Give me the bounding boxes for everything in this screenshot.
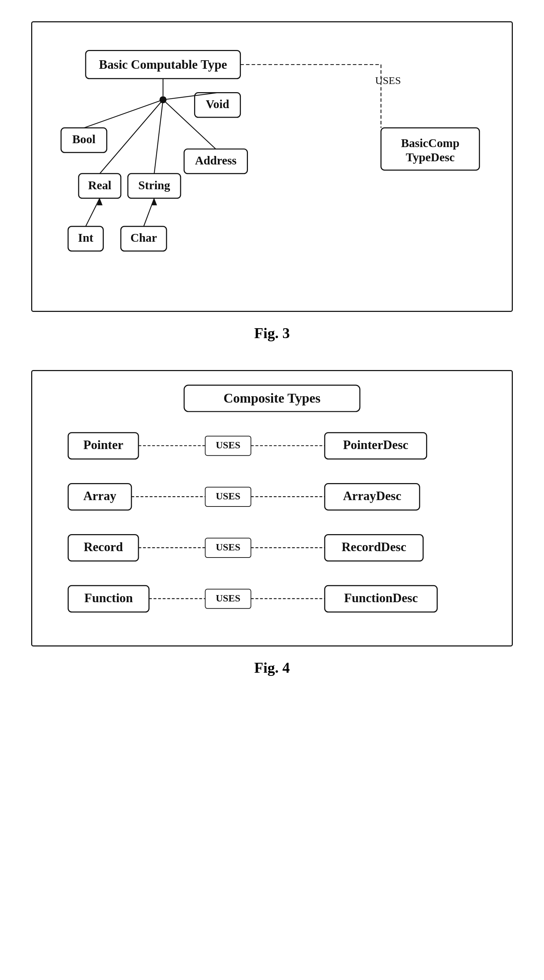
arrow-char-string: [152, 198, 157, 205]
string-label: String: [138, 179, 170, 192]
record-desc-label: RecordDesc: [342, 540, 406, 554]
composite-types-label: Composite Types: [224, 391, 320, 406]
node-pointer-desc: PointerDesc: [325, 433, 427, 459]
uses-box-pointer: USES: [205, 436, 251, 456]
figure-4-wrapper: Composite Types Pointer USES PointerDesc: [29, 370, 515, 676]
uses-label-record: USES: [216, 542, 240, 552]
node-pointer: Pointer: [68, 433, 138, 459]
node-bool: Bool: [61, 128, 106, 153]
uses-label-pointer: USES: [216, 439, 240, 450]
function-desc-label: FunctionDesc: [344, 591, 417, 605]
char-label: Char: [130, 231, 157, 244]
pointer-desc-label: PointerDesc: [343, 438, 408, 452]
array-desc-label: ArrayDesc: [343, 489, 401, 503]
node-function: Function: [68, 585, 149, 612]
function-label: Function: [84, 591, 133, 605]
node-record-desc: RecordDesc: [325, 535, 423, 561]
fig3-diagram: Basic Computable Type Bool Void Real: [31, 21, 513, 312]
node-int: Int: [68, 226, 103, 251]
address-label: Address: [195, 154, 236, 167]
node-composite-types: Composite Types: [184, 385, 360, 412]
fig4-diagram: Composite Types Pointer USES PointerDesc: [31, 370, 513, 646]
uses-box-array: USES: [205, 487, 251, 506]
uses-label-function: USES: [216, 593, 240, 604]
pointer-label: Pointer: [83, 438, 123, 452]
basic-computable-type-label: Basic Computable Type: [99, 57, 227, 72]
basiccomp-typedesc-label1: BasicComp: [401, 137, 459, 150]
record-label: Record: [84, 540, 123, 554]
node-basiccomp-typedesc: BasicComp TypeDesc: [381, 128, 479, 170]
node-void: Void: [195, 93, 241, 117]
fig3-caption: Fig. 3: [254, 325, 290, 342]
uses-label-array: USES: [216, 490, 240, 501]
node-char: Char: [121, 226, 167, 251]
int-label: Int: [78, 231, 94, 244]
void-label: Void: [206, 97, 230, 111]
node-record: Record: [68, 535, 138, 561]
svg-line-15: [86, 198, 100, 226]
node-address: Address: [184, 149, 247, 173]
uses-box-record: USES: [205, 538, 251, 557]
node-string: String: [128, 174, 181, 198]
node-function-desc: FunctionDesc: [325, 585, 438, 612]
figure-3-wrapper: Basic Computable Type Bool Void Real: [29, 21, 515, 342]
node-array: Array: [68, 484, 132, 510]
array-label: Array: [83, 489, 116, 503]
node-real: Real: [79, 174, 121, 198]
uses-box-function: USES: [205, 589, 251, 609]
real-label: Real: [88, 179, 111, 192]
node-basic-computable-type: Basic Computable Type: [86, 50, 241, 78]
fig4-caption: Fig. 4: [254, 659, 290, 676]
uses-label-fig3: USES: [375, 75, 401, 86]
bool-label: Bool: [72, 132, 96, 146]
svg-line-12: [154, 100, 163, 173]
basiccomp-typedesc-label2: TypeDesc: [406, 151, 455, 164]
node-array-desc: ArrayDesc: [325, 484, 420, 510]
